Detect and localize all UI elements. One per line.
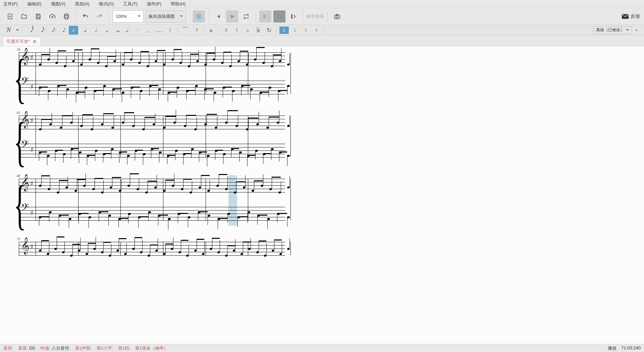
view-mode-select[interactable]: 纵向连续视图	[146, 10, 186, 23]
feedback-link[interactable]: 反馈	[622, 13, 640, 19]
status-duration: 八分音符:	[52, 346, 70, 351]
voice-4-button[interactable]: 4	[312, 27, 321, 34]
dropdown-icon	[180, 15, 183, 17]
flat-icon[interactable]: ♭	[243, 26, 252, 35]
note-breve-icon[interactable]: 𝅜	[112, 26, 121, 35]
note-input-icon[interactable]: N	[4, 26, 13, 35]
menu-view[interactable]: 视图(V)	[51, 1, 65, 7]
svg-point-17	[336, 15, 338, 18]
menu-file[interactable]: 文件(F)	[3, 1, 18, 7]
open-folder-icon[interactable]	[18, 10, 30, 23]
tie-icon[interactable]: ⁀	[180, 26, 190, 35]
close-icon[interactable]: ✕	[33, 39, 37, 45]
toolbar-separator	[218, 27, 219, 34]
double-dot-icon[interactable]: ‥	[144, 26, 153, 35]
new-file-icon[interactable]	[4, 10, 16, 23]
notes[interactable]	[36, 52, 285, 106]
status-time: 71:03:240	[621, 345, 641, 351]
note-16th-icon[interactable]: 𝅘𝅥𝅯	[47, 26, 57, 35]
repeat-edit-icon[interactable]	[287, 10, 300, 23]
toolbar-separator	[109, 11, 109, 21]
repeat-end-icon[interactable]	[273, 10, 285, 23]
status-pitch-label: 音高:	[18, 346, 28, 351]
menu-add[interactable]: 添加(A)	[75, 1, 89, 7]
menu-tools[interactable]: 工具(T)	[123, 1, 138, 7]
toolbar-separator	[189, 11, 190, 21]
toolbar-separator	[327, 11, 328, 21]
toolbar-separator	[303, 11, 303, 21]
play-icon[interactable]	[226, 10, 238, 23]
loop-icon[interactable]	[240, 10, 252, 23]
camera-icon[interactable]	[331, 10, 343, 23]
toolbar-separator	[256, 11, 256, 21]
zoom-select[interactable]: 100%	[113, 10, 144, 23]
menu-format[interactable]: 格式(O)	[99, 1, 114, 7]
voice-1-button[interactable]: 1	[279, 27, 289, 34]
note-quarter-icon[interactable]: 𝅘𝅥	[79, 26, 89, 35]
cloud-upload-icon[interactable]	[46, 10, 58, 23]
note-32nd-icon[interactable]: 𝅘𝅥𝅰	[37, 26, 46, 35]
feedback-label: 反馈	[631, 13, 640, 19]
svg-point-9	[265, 15, 266, 16]
note-half-icon[interactable]: 𝅗𝅥	[90, 26, 100, 35]
view-mode-label: 纵向连续视图	[149, 13, 175, 19]
menu-edit[interactable]: 编辑(E)	[27, 1, 42, 7]
rewind-icon[interactable]	[212, 10, 224, 23]
quad-dot-icon[interactable]: ⁞	[165, 26, 175, 35]
svg-rect-14	[280, 14, 281, 18]
note-whole-icon[interactable]: 𝅝	[101, 26, 110, 35]
staff-system: 73 𝄞 ♯	[13, 242, 285, 259]
tab-bar: 可遇不可求* ✕	[0, 36, 644, 46]
dropdown-icon	[138, 15, 141, 17]
main-toolbar: 100% 纵向连续视图 标准音高 反馈	[0, 8, 644, 25]
toolbar-separator	[177, 27, 178, 34]
note-toolbar: N 𝅘𝅥𝅱 𝅘𝅥𝅰 𝅘𝅥𝅯 𝅘𝅥𝅮 ♪ 𝅘𝅥 𝅗𝅥 𝅝 𝅜 𝆷 · ‥ … ⁞ …	[0, 25, 644, 36]
double-flat-icon[interactable]: 𝄫	[254, 26, 263, 35]
svg-point-12	[278, 17, 279, 18]
flip-icon[interactable]: ↻	[264, 26, 274, 35]
note-8th-icon-alt[interactable]: 𝅘𝅥𝅮	[58, 26, 67, 35]
notes[interactable]	[36, 179, 285, 232]
undo-icon[interactable]	[79, 10, 92, 23]
status-staff: 第1谱表（钢琴）	[135, 345, 168, 351]
note-8th-icon[interactable]: ♪	[69, 26, 78, 35]
metronome-icon[interactable]	[193, 10, 205, 23]
menu-plugin[interactable]: 插件(P)	[147, 1, 161, 7]
status-pitch: D5:	[29, 346, 36, 351]
natural-icon[interactable]: ♮	[232, 26, 241, 35]
svg-rect-4	[65, 17, 68, 19]
toolbar-separator	[276, 27, 277, 34]
score-viewport[interactable]: 58 𝄞 ♯ 𝄢 ♯	[0, 46, 644, 344]
repeat-start-icon[interactable]	[259, 10, 271, 23]
rest-icon[interactable]: 𝄽	[191, 26, 201, 35]
staff-system: 63 𝄞 ♯ 𝄢 ♯	[13, 116, 285, 169]
status-note-label: 音符:	[3, 345, 13, 351]
status-voice: 第1声部:	[75, 345, 92, 351]
svg-rect-13	[280, 14, 280, 18]
save-icon[interactable]	[32, 10, 44, 23]
piano-brace	[13, 116, 17, 169]
notes[interactable]	[36, 242, 285, 259]
sharp-icon[interactable]: ♯	[221, 26, 231, 35]
status-duration-label: 时值:	[41, 346, 51, 351]
print-icon[interactable]	[60, 10, 72, 23]
dot-icon[interactable]: ·	[133, 26, 143, 35]
voice-2-button[interactable]: 2	[290, 27, 300, 34]
mail-icon	[622, 14, 629, 19]
triple-dot-icon[interactable]: …	[155, 26, 164, 35]
status-measure: 第1小节:	[97, 345, 113, 351]
toolbar-separator	[203, 27, 204, 34]
add-workspace-icon[interactable]: +	[633, 27, 640, 34]
concert-pitch-label[interactable]: 标准音高	[307, 13, 324, 19]
voice-3-button[interactable]: 3	[301, 27, 310, 34]
redo-icon[interactable]	[94, 10, 106, 23]
dropdown-icon[interactable]	[15, 26, 20, 35]
score-tab[interactable]: 可遇不可求* ✕	[3, 37, 41, 46]
svg-point-11	[278, 15, 279, 16]
note-64th-icon[interactable]: 𝅘𝅥𝅱	[26, 26, 35, 35]
menu-help[interactable]: 帮助(H)	[171, 1, 185, 7]
double-sharp-icon[interactable]: 𝄪	[206, 26, 216, 35]
note-longa-icon[interactable]: 𝆷	[122, 26, 132, 35]
workspace-select[interactable]: 高级（已修改）	[593, 26, 632, 34]
notes[interactable]	[36, 116, 285, 169]
